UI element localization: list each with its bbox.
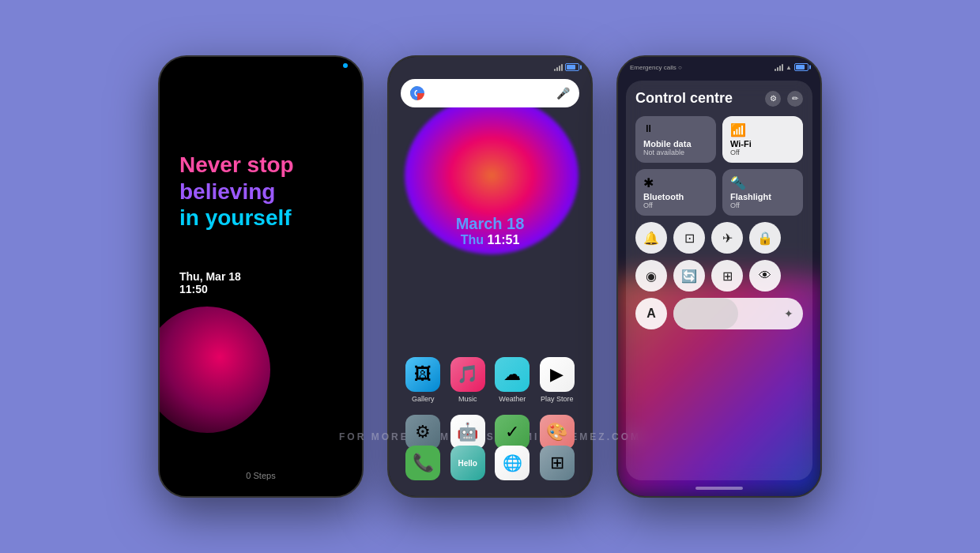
dock-menu[interactable]: ⊞: [540, 446, 575, 480]
cc-header-icons: ⚙ ✏: [765, 91, 803, 107]
dock-chrome[interactable]: 🌐: [495, 446, 530, 480]
bluetooth-sub: Off: [643, 201, 708, 209]
mobile-data-icon: ⏸: [643, 122, 708, 134]
app-weather[interactable]: ☁ Weather: [492, 357, 532, 403]
phone1-quote: Never stop believing in yourself: [179, 152, 294, 231]
phone1-orb: [160, 307, 270, 433]
wifi-label: Wi-Fi: [730, 139, 795, 149]
music-icon: 🎵: [450, 357, 485, 392]
phones-container: Never stop believing in yourself Thu, Ma…: [158, 55, 822, 498]
rotate-button[interactable]: 🔄: [673, 260, 705, 292]
gallery-label: Gallery: [412, 395, 435, 403]
quote-line3: in yourself: [179, 205, 294, 231]
eye-button[interactable]: 👁: [749, 260, 781, 292]
cc-edit-icon[interactable]: ✏: [787, 91, 803, 107]
themes-icon: 🎨: [540, 415, 575, 450]
flashlight-icon: 🔦: [730, 175, 795, 190]
cc-icons-row-2: ◉ 🔄 ⊞ 👁: [635, 260, 803, 292]
status-icons: ▲: [775, 63, 808, 71]
phone2-dock: 📞 Hello 🌐 ⊞: [401, 446, 579, 480]
phone-2: 🎤 March 18 Thu 11:51 🖼: [387, 55, 593, 498]
mobile-data-sub: Not available: [643, 149, 708, 156]
playstore-label: Play Store: [541, 395, 574, 403]
brightness-slider[interactable]: ✦: [673, 298, 803, 329]
phone1-time: 11:50: [179, 283, 241, 295]
music-label: Music: [458, 395, 477, 403]
phone1-datetime: Thu, Mar 18 11:50: [179, 270, 241, 295]
cc-header: Control centre ⚙ ✏: [635, 90, 803, 107]
brightness-fill: [673, 298, 738, 329]
phone1-date: Thu, Mar 18: [179, 270, 241, 283]
weather-icon: ☁: [495, 357, 530, 392]
phone2-date: March 18: [389, 215, 591, 233]
gallery-icon: 🖼: [405, 357, 440, 392]
location-button[interactable]: ◉: [635, 260, 667, 292]
phone1-steps: 0 Steps: [246, 471, 275, 480]
fullscreen-button[interactable]: ⊞: [711, 260, 743, 292]
flashlight-sub: Off: [730, 201, 795, 209]
cc-row-2: ✱ Bluetooth Off 🔦 Flashlight Off: [635, 169, 803, 216]
phone3-screen: Emergency calls ○ ▲: [618, 57, 820, 496]
assistant-icon: 🤖: [450, 415, 485, 450]
wifi-tile[interactable]: 📶 Wi-Fi Off: [722, 116, 803, 163]
app-gallery[interactable]: 🖼 Gallery: [403, 357, 443, 403]
emergency-text: Emergency calls ○: [630, 64, 682, 71]
signal-icon: [554, 63, 563, 71]
wifi-icon: 📶: [730, 122, 795, 137]
bell-button[interactable]: 🔔: [635, 222, 667, 254]
control-centre: Control centre ⚙ ✏ ⏸ Mobile data Not ava…: [626, 81, 812, 480]
screen-button[interactable]: ⊡: [673, 222, 705, 254]
cc-bottom-row: A ✦: [635, 298, 803, 329]
security-icon: ✓: [495, 415, 530, 450]
app-playstore[interactable]: ▶ Play Store: [537, 357, 577, 403]
phone1-screen: Never stop believing in yourself Thu, Ma…: [160, 57, 362, 496]
dock-hello[interactable]: Hello: [450, 446, 485, 480]
dock-phone[interactable]: 📞: [405, 446, 440, 480]
weather-label: Weather: [499, 395, 526, 403]
phone1-notch: [343, 63, 348, 68]
brightness-icon: ✦: [784, 307, 793, 320]
bluetooth-icon: ✱: [643, 175, 708, 190]
wifi-sub: Off: [730, 149, 795, 156]
lock-button[interactable]: 🔒: [749, 222, 781, 254]
cc-icons-row-1: 🔔 ⊡ ✈ 🔒: [635, 222, 803, 254]
cc-title: Control centre: [635, 90, 733, 107]
wifi-status-icon: ▲: [786, 64, 792, 71]
settings-icon: ⚙: [405, 415, 440, 450]
phone2-datetime: March 18 Thu 11:51: [389, 215, 591, 247]
phone2-status-bar: [554, 63, 579, 71]
font-size-button[interactable]: A: [635, 298, 667, 329]
google-logo: [410, 86, 424, 100]
signal-icon: [775, 63, 783, 71]
mobile-data-label: Mobile data: [643, 139, 708, 149]
mic-icon: 🎤: [556, 87, 570, 100]
apps-row-1: 🖼 Gallery 🎵 Music ☁ Weather ▶ Play Store: [401, 357, 579, 403]
phone-3: Emergency calls ○ ▲: [616, 55, 822, 498]
search-bar[interactable]: 🎤: [401, 79, 579, 107]
cc-settings-icon[interactable]: ⚙: [765, 91, 781, 107]
flashlight-label: Flashlight: [730, 192, 795, 201]
bluetooth-label: Bluetooth: [643, 192, 708, 201]
playstore-icon: ▶: [540, 357, 575, 392]
quote-line2: believing: [179, 179, 294, 205]
phone2-screen: 🎤 March 18 Thu 11:51 🖼: [389, 57, 591, 496]
phone-1: Never stop believing in yourself Thu, Ma…: [158, 55, 364, 498]
airplane-button[interactable]: ✈: [711, 222, 743, 254]
flashlight-tile[interactable]: 🔦 Flashlight Off: [722, 169, 803, 216]
phone3-status-bar: Emergency calls ○ ▲: [618, 63, 820, 71]
bluetooth-tile[interactable]: ✱ Bluetooth Off: [635, 169, 716, 216]
quote-line1: Never stop: [179, 152, 294, 179]
battery-icon: [565, 63, 579, 71]
phone2-time: Thu 11:51: [389, 233, 591, 247]
cc-row-1: ⏸ Mobile data Not available 📶 Wi-Fi Off: [635, 116, 803, 163]
app-music[interactable]: 🎵 Music: [448, 357, 488, 403]
mobile-data-tile[interactable]: ⏸ Mobile data Not available: [635, 116, 716, 163]
battery-icon: [794, 63, 808, 71]
home-indicator[interactable]: [695, 487, 743, 490]
